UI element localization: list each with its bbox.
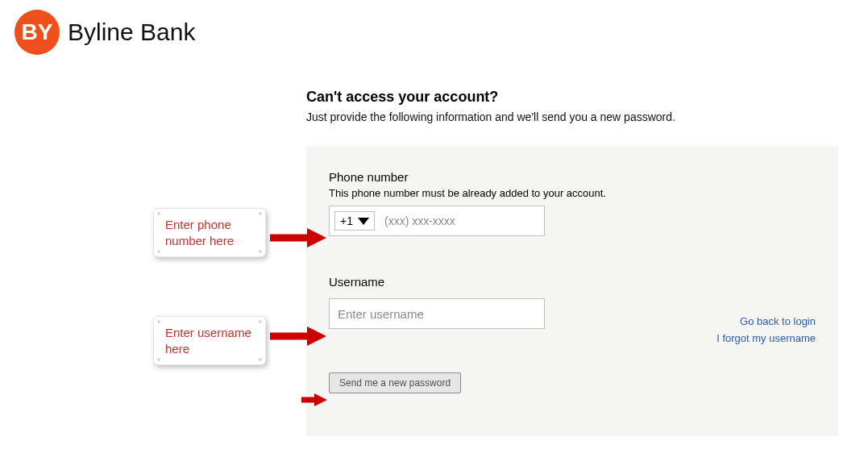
forgot-username-link[interactable]: I forgot my username (716, 332, 816, 344)
annotation-username-text: Enter username here (165, 326, 251, 356)
country-code-select[interactable]: +1 (334, 211, 375, 231)
brand-logo-icon: BY (15, 10, 60, 55)
page-subtext: Just provide the following information a… (306, 110, 838, 123)
username-label: Username (329, 275, 816, 289)
send-password-button[interactable]: Send me a new password (329, 372, 461, 393)
brand-name: Byline Bank (68, 19, 195, 46)
go-back-login-link[interactable]: Go back to login (716, 315, 816, 327)
page-heading: Can't access your account? (306, 89, 838, 106)
phone-hint: This phone number must be already added … (329, 187, 816, 199)
arrow-icon (270, 324, 326, 348)
phone-input[interactable] (380, 206, 544, 235)
username-input[interactable] (329, 298, 545, 329)
annotation-phone-callout: Enter phone number here (153, 208, 266, 257)
arrow-icon (270, 226, 326, 250)
chevron-down-icon (358, 218, 369, 225)
country-code-value: +1 (340, 214, 353, 227)
arrow-icon (301, 393, 327, 407)
annotation-phone-text: Enter phone number here (165, 218, 234, 247)
form-card: Phone number This phone number must be a… (306, 146, 838, 436)
phone-input-group: +1 (329, 206, 545, 236)
brand-header: BY Byline Bank (0, 0, 868, 64)
phone-label: Phone number (329, 170, 816, 184)
brand-logo-initials: BY (22, 19, 53, 45)
annotation-username-callout: Enter username here (153, 316, 266, 365)
